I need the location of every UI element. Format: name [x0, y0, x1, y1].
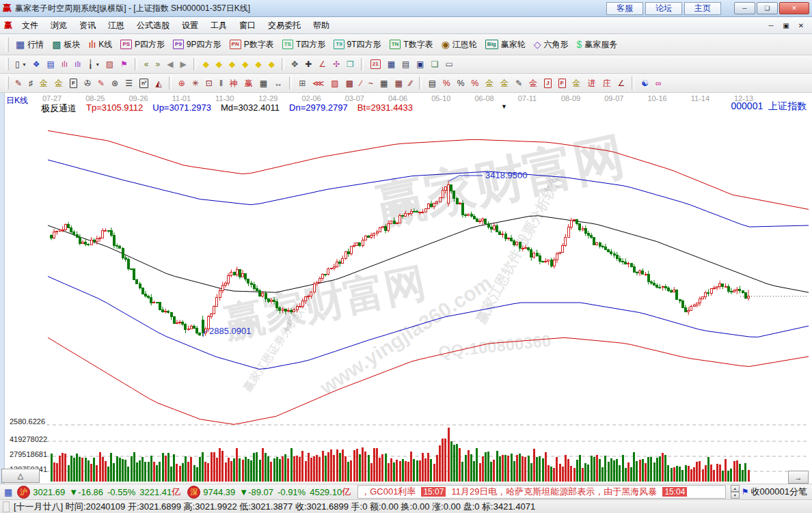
comb-grid-button[interactable]: ♯ — [25, 77, 36, 90]
t-number-table-button[interactable]: TNT数字表 — [385, 37, 437, 53]
gold-bars-button[interactable]: 金 — [497, 77, 512, 90]
grid-box-a-button[interactable]: ▨ — [327, 77, 342, 90]
step-back-button[interactable]: ◀ — [163, 57, 176, 71]
percent-black-button[interactable]: % — [454, 77, 468, 90]
diamond-right-button[interactable]: ◆ — [213, 57, 226, 71]
quick-button-1[interactable]: 论坛 — [645, 2, 682, 15]
level-list-button[interactable]: ▤ — [425, 77, 439, 90]
p-number-table-button[interactable]: PNP数字表 — [226, 37, 278, 53]
calendar-21-button[interactable]: 21 — [367, 57, 384, 71]
menu-item-9[interactable]: 帮助 — [307, 18, 336, 33]
menu-item-4[interactable]: 公式选股 — [131, 18, 176, 33]
notepad-button[interactable]: ▤ — [398, 57, 413, 71]
chart-canvas[interactable] — [0, 93, 812, 484]
p-square-button[interactable]: PSP四方形 — [116, 37, 169, 53]
candle-style-button[interactable]: ╽▾ — [84, 57, 102, 71]
step-forward-button[interactable]: ▶ — [176, 57, 189, 71]
menu-item-2[interactable]: 资讯 — [73, 18, 102, 33]
spiral-button[interactable]: ✇ — [81, 77, 94, 90]
ink-marker-button[interactable]: ✎ — [512, 77, 526, 90]
winner-wheel-button[interactable]: Big赢家轮 — [481, 37, 530, 53]
gold-gate-a-button[interactable]: 金 — [36, 77, 51, 90]
gold-angle-button[interactable]: 金 — [569, 77, 584, 90]
gann-mini-fan-button[interactable]: ✣ — [329, 57, 343, 71]
diamond-compress-button[interactable]: ◆ — [239, 57, 252, 71]
percent-line-button[interactable]: % — [468, 77, 482, 90]
quick-button-2[interactable]: 主页 — [684, 2, 721, 15]
spider-web-button[interactable]: ✳ — [189, 77, 202, 90]
box-target-button[interactable]: ⊡ — [202, 77, 216, 90]
dense-grid-a-button[interactable]: ▦ — [377, 77, 391, 90]
brush-button[interactable]: ✎ — [12, 77, 25, 90]
diamond-full-button[interactable]: ◆ — [265, 57, 278, 71]
spinner-up-icon[interactable]: ▴ — [731, 485, 740, 492]
target-circle-button[interactable]: ⊕ — [175, 77, 189, 90]
close-button[interactable]: ✕ — [779, 2, 809, 14]
jump-first-button[interactable]: « — [141, 57, 152, 71]
9p-square-button[interactable]: P99P四方形 — [169, 37, 225, 53]
shape-teal-button[interactable]: ❒ — [343, 57, 357, 71]
angle-measure-button[interactable]: ∠ — [315, 57, 329, 71]
slant-line-button[interactable]: ∕ — [357, 77, 365, 90]
infinity-button[interactable]: ∞ — [652, 77, 665, 90]
hatch-lines-button[interactable]: ∕∕ — [406, 77, 416, 90]
pattern-box-button[interactable]: ▨ — [103, 57, 117, 71]
grid-box-b-button[interactable]: ▩ — [342, 77, 357, 90]
news-ticker[interactable]: ，GC001利率 15:07 11月29日电，哈萨克斯坦能源部表示，由于黑海风暴… — [357, 485, 726, 499]
dense-grid-b-button[interactable]: ▦ — [391, 77, 405, 90]
menu-item-3[interactable]: 江恩 — [102, 18, 131, 33]
period-style-dropdown-icon[interactable]: ▾ — [23, 61, 26, 68]
menu-item-5[interactable]: 设置 — [176, 18, 204, 33]
sectors-button[interactable]: ▩板块 — [48, 37, 84, 53]
quote-board-button[interactable]: ▤ — [43, 57, 57, 71]
menu-item-6[interactable]: 工具 — [204, 18, 233, 33]
gold-under-button[interactable]: 金 — [526, 77, 541, 90]
grid-123-button[interactable]: ▦ — [256, 77, 271, 90]
ying-tool-button[interactable]: 赢 — [241, 77, 256, 90]
menu-item-1[interactable]: 浏览 — [44, 18, 73, 33]
quotes-button[interactable]: ▦行情 — [12, 37, 48, 53]
pause-mark-button[interactable]: ‖ — [216, 77, 226, 90]
j-angle-button[interactable]: J — [541, 77, 554, 90]
market-grid-icon[interactable]: ▦ — [4, 487, 12, 497]
percent-red-button[interactable]: % — [439, 77, 454, 90]
save-disk-button[interactable]: ▣ — [413, 57, 427, 71]
colorful-flag-button[interactable]: ⚑ — [117, 57, 131, 71]
winner-service-button[interactable]: $赢家服务 — [573, 37, 622, 53]
scroll-right-button[interactable]: → — [788, 471, 809, 484]
export-image-button[interactable]: ❏ — [428, 57, 442, 71]
slope-angle-button[interactable]: ∠ — [614, 77, 629, 90]
banker-angle-button[interactable]: 庄 — [599, 77, 614, 90]
mdi-close-button[interactable]: ✕ — [794, 20, 808, 31]
minimize-button[interactable]: ─ — [734, 2, 755, 14]
fan-lines-button[interactable]: ⋘ — [309, 77, 327, 90]
bars-3-button[interactable]: ılı — [58, 57, 71, 71]
9t-square-button[interactable]: T99T四方形 — [329, 37, 385, 53]
expand-pane-button[interactable]: △ — [1, 469, 40, 483]
shen-tool-button[interactable]: 神 — [226, 77, 241, 90]
candle-style-dropdown-icon[interactable]: ▾ — [96, 61, 99, 68]
t-square-button[interactable]: TST四方形 — [278, 37, 330, 53]
comb-wide-button[interactable]: ☰ — [122, 77, 136, 90]
diamond-left-button[interactable]: ◆ — [200, 57, 213, 71]
n-squared-button[interactable]: n² — [136, 77, 152, 90]
crosshair-button[interactable]: ✚ — [301, 57, 315, 71]
mdi-restore-button[interactable]: ▣ — [779, 20, 793, 31]
gann-wheel-button[interactable]: ◉江恩轮 — [437, 37, 481, 53]
period-style-button[interactable]: ▯▾ — [12, 57, 29, 71]
tick-chart-label[interactable]: 收000001分笔 — [751, 486, 807, 498]
diamond-h-expand-button[interactable]: ◆ — [226, 57, 239, 71]
diamond-v-expand-button[interactable]: ◆ — [252, 57, 265, 71]
print-button[interactable]: ▭ — [442, 57, 456, 71]
frame-tool-button[interactable]: ⊞ — [295, 77, 309, 90]
ticker-spinner[interactable]: ▴ ▾ — [731, 485, 740, 499]
radar-chart-button[interactable]: ❖ — [29, 57, 44, 71]
bars-9-button[interactable]: ılı — [71, 57, 84, 71]
measure-width-button[interactable]: ↔ — [271, 77, 286, 90]
gold-gate-b-button[interactable]: 金 — [51, 77, 66, 90]
red-pen-button[interactable]: ✎ — [94, 77, 108, 90]
wave-tool-button[interactable]: ~ — [365, 77, 377, 90]
f-bars-button[interactable]: F — [66, 77, 81, 90]
gold-circle-button[interactable]: 金 — [482, 77, 497, 90]
yin-yang-button[interactable]: ☯ — [638, 77, 652, 90]
